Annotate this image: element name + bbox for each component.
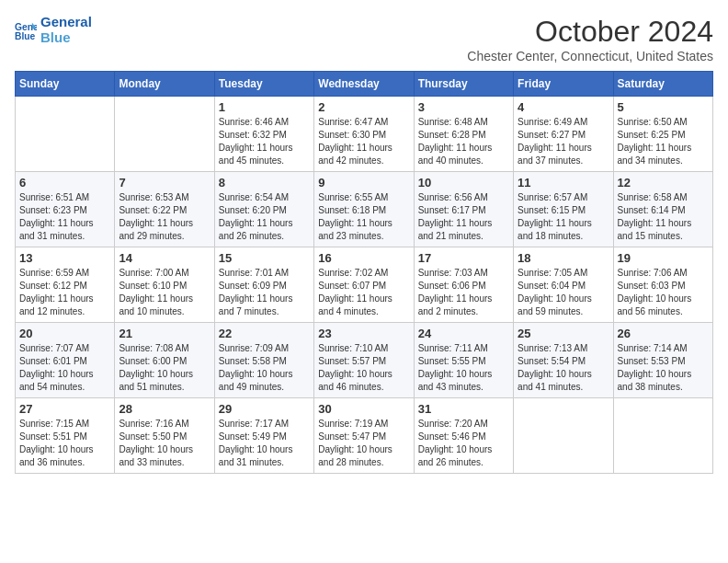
calendar-cell bbox=[613, 398, 712, 474]
calendar-cell: 15Sunrise: 7:01 AM Sunset: 6:09 PM Dayli… bbox=[214, 247, 313, 323]
calendar-header-row: SundayMondayTuesdayWednesdayThursdayFrid… bbox=[16, 72, 713, 97]
calendar-cell: 2Sunrise: 6:47 AM Sunset: 6:30 PM Daylig… bbox=[314, 97, 414, 172]
day-info: Sunrise: 7:00 AM Sunset: 6:10 PM Dayligh… bbox=[119, 267, 210, 318]
day-number: 14 bbox=[119, 251, 210, 265]
day-number: 2 bbox=[318, 100, 409, 114]
day-info: Sunrise: 7:11 AM Sunset: 5:55 PM Dayligh… bbox=[418, 342, 509, 394]
day-info: Sunrise: 6:53 AM Sunset: 6:22 PM Dayligh… bbox=[119, 191, 210, 243]
day-of-week-header: Monday bbox=[115, 72, 214, 97]
day-of-week-header: Wednesday bbox=[314, 72, 414, 97]
day-number: 28 bbox=[119, 402, 210, 416]
day-info: Sunrise: 6:47 AM Sunset: 6:30 PM Dayligh… bbox=[318, 116, 409, 167]
day-info: Sunrise: 6:59 AM Sunset: 6:12 PM Dayligh… bbox=[19, 267, 110, 318]
calendar-cell: 25Sunrise: 7:13 AM Sunset: 5:54 PM Dayli… bbox=[514, 323, 613, 398]
day-info: Sunrise: 7:17 AM Sunset: 5:49 PM Dayligh… bbox=[219, 418, 310, 469]
calendar-cell: 29Sunrise: 7:17 AM Sunset: 5:49 PM Dayli… bbox=[214, 398, 313, 474]
day-number: 27 bbox=[19, 402, 110, 416]
day-number: 11 bbox=[518, 176, 609, 190]
day-number: 31 bbox=[418, 402, 509, 416]
calendar-cell: 10Sunrise: 6:56 AM Sunset: 6:17 PM Dayli… bbox=[414, 172, 513, 247]
day-info: Sunrise: 7:03 AM Sunset: 6:06 PM Dayligh… bbox=[418, 267, 509, 318]
calendar-cell: 4Sunrise: 6:49 AM Sunset: 6:27 PM Daylig… bbox=[514, 97, 613, 172]
day-number: 20 bbox=[19, 327, 110, 340]
day-info: Sunrise: 6:49 AM Sunset: 6:27 PM Dayligh… bbox=[518, 116, 609, 167]
day-number: 1 bbox=[219, 100, 310, 114]
calendar-cell bbox=[16, 97, 115, 172]
calendar-cell: 22Sunrise: 7:09 AM Sunset: 5:58 PM Dayli… bbox=[214, 323, 313, 398]
svg-text:Blue: Blue bbox=[15, 31, 36, 41]
day-number: 17 bbox=[418, 251, 509, 265]
location-subtitle: Chester Center, Connecticut, United Stat… bbox=[467, 49, 713, 63]
day-of-week-header: Tuesday bbox=[214, 72, 313, 97]
day-number: 18 bbox=[518, 251, 609, 265]
day-number: 24 bbox=[418, 327, 509, 340]
day-number: 22 bbox=[219, 327, 310, 340]
day-number: 29 bbox=[219, 402, 310, 416]
day-number: 7 bbox=[119, 176, 210, 190]
day-info: Sunrise: 7:15 AM Sunset: 5:51 PM Dayligh… bbox=[19, 418, 110, 469]
calendar-week-row: 13Sunrise: 6:59 AM Sunset: 6:12 PM Dayli… bbox=[16, 247, 713, 323]
logo-line2: Blue bbox=[40, 30, 92, 46]
day-number: 8 bbox=[219, 176, 310, 190]
calendar-cell bbox=[115, 97, 214, 172]
day-number: 3 bbox=[418, 100, 509, 114]
calendar-week-row: 27Sunrise: 7:15 AM Sunset: 5:51 PM Dayli… bbox=[16, 398, 713, 474]
calendar-cell: 9Sunrise: 6:55 AM Sunset: 6:18 PM Daylig… bbox=[314, 172, 414, 247]
day-number: 10 bbox=[418, 176, 509, 190]
calendar-cell: 8Sunrise: 6:54 AM Sunset: 6:20 PM Daylig… bbox=[214, 172, 313, 247]
day-info: Sunrise: 7:14 AM Sunset: 5:53 PM Dayligh… bbox=[618, 342, 709, 394]
calendar-cell: 21Sunrise: 7:08 AM Sunset: 6:00 PM Dayli… bbox=[115, 323, 214, 398]
calendar-week-row: 20Sunrise: 7:07 AM Sunset: 6:01 PM Dayli… bbox=[16, 323, 713, 398]
day-info: Sunrise: 6:57 AM Sunset: 6:15 PM Dayligh… bbox=[518, 191, 609, 243]
day-info: Sunrise: 6:55 AM Sunset: 6:18 PM Dayligh… bbox=[318, 191, 409, 243]
day-info: Sunrise: 6:46 AM Sunset: 6:32 PM Dayligh… bbox=[219, 116, 310, 167]
day-info: Sunrise: 6:50 AM Sunset: 6:25 PM Dayligh… bbox=[618, 116, 709, 167]
day-number: 23 bbox=[318, 327, 409, 340]
page-header: General Blue General Blue October 2024 C… bbox=[15, 15, 713, 63]
calendar-cell: 27Sunrise: 7:15 AM Sunset: 5:51 PM Dayli… bbox=[16, 398, 115, 474]
day-number: 30 bbox=[318, 402, 409, 416]
day-number: 15 bbox=[219, 251, 310, 265]
day-info: Sunrise: 7:19 AM Sunset: 5:47 PM Dayligh… bbox=[318, 418, 409, 469]
day-info: Sunrise: 7:06 AM Sunset: 6:03 PM Dayligh… bbox=[618, 267, 709, 318]
calendar-cell: 23Sunrise: 7:10 AM Sunset: 5:57 PM Dayli… bbox=[314, 323, 414, 398]
day-info: Sunrise: 6:48 AM Sunset: 6:28 PM Dayligh… bbox=[418, 116, 509, 167]
calendar-cell: 7Sunrise: 6:53 AM Sunset: 6:22 PM Daylig… bbox=[115, 172, 214, 247]
calendar-cell bbox=[514, 398, 613, 474]
calendar-cell: 12Sunrise: 6:58 AM Sunset: 6:14 PM Dayli… bbox=[613, 172, 712, 247]
day-number: 21 bbox=[119, 327, 210, 340]
day-info: Sunrise: 6:56 AM Sunset: 6:17 PM Dayligh… bbox=[418, 191, 509, 243]
title-block: October 2024 Chester Center, Connecticut… bbox=[467, 15, 713, 63]
calendar-cell: 1Sunrise: 6:46 AM Sunset: 6:32 PM Daylig… bbox=[214, 97, 313, 172]
day-info: Sunrise: 6:51 AM Sunset: 6:23 PM Dayligh… bbox=[19, 191, 110, 243]
day-info: Sunrise: 6:54 AM Sunset: 6:20 PM Dayligh… bbox=[219, 191, 310, 243]
day-of-week-header: Sunday bbox=[16, 72, 115, 97]
logo-line1: General bbox=[40, 15, 92, 30]
calendar-cell: 13Sunrise: 6:59 AM Sunset: 6:12 PM Dayli… bbox=[16, 247, 115, 323]
calendar-cell: 17Sunrise: 7:03 AM Sunset: 6:06 PM Dayli… bbox=[414, 247, 513, 323]
day-info: Sunrise: 7:02 AM Sunset: 6:07 PM Dayligh… bbox=[318, 267, 409, 318]
day-of-week-header: Saturday bbox=[613, 72, 712, 97]
calendar-cell: 24Sunrise: 7:11 AM Sunset: 5:55 PM Dayli… bbox=[414, 323, 513, 398]
day-info: Sunrise: 7:16 AM Sunset: 5:50 PM Dayligh… bbox=[119, 418, 210, 469]
day-number: 26 bbox=[618, 327, 709, 340]
day-number: 25 bbox=[518, 327, 609, 340]
calendar-cell: 26Sunrise: 7:14 AM Sunset: 5:53 PM Dayli… bbox=[613, 323, 712, 398]
calendar-cell: 31Sunrise: 7:20 AM Sunset: 5:46 PM Dayli… bbox=[414, 398, 513, 474]
calendar-cell: 16Sunrise: 7:02 AM Sunset: 6:07 PM Dayli… bbox=[314, 247, 414, 323]
calendar-cell: 18Sunrise: 7:05 AM Sunset: 6:04 PM Dayli… bbox=[514, 247, 613, 323]
logo-icon: General Blue bbox=[15, 19, 37, 41]
calendar-cell: 20Sunrise: 7:07 AM Sunset: 6:01 PM Dayli… bbox=[16, 323, 115, 398]
day-info: Sunrise: 7:07 AM Sunset: 6:01 PM Dayligh… bbox=[19, 342, 110, 394]
day-info: Sunrise: 6:58 AM Sunset: 6:14 PM Dayligh… bbox=[618, 191, 709, 243]
calendar-table: SundayMondayTuesdayWednesdayThursdayFrid… bbox=[15, 71, 713, 474]
day-number: 13 bbox=[19, 251, 110, 265]
calendar-cell: 30Sunrise: 7:19 AM Sunset: 5:47 PM Dayli… bbox=[314, 398, 414, 474]
day-number: 9 bbox=[318, 176, 409, 190]
day-info: Sunrise: 7:05 AM Sunset: 6:04 PM Dayligh… bbox=[518, 267, 609, 318]
day-number: 19 bbox=[618, 251, 709, 265]
day-info: Sunrise: 7:08 AM Sunset: 6:00 PM Dayligh… bbox=[119, 342, 210, 394]
day-info: Sunrise: 7:13 AM Sunset: 5:54 PM Dayligh… bbox=[518, 342, 609, 394]
day-info: Sunrise: 7:01 AM Sunset: 6:09 PM Dayligh… bbox=[219, 267, 310, 318]
calendar-cell: 3Sunrise: 6:48 AM Sunset: 6:28 PM Daylig… bbox=[414, 97, 513, 172]
